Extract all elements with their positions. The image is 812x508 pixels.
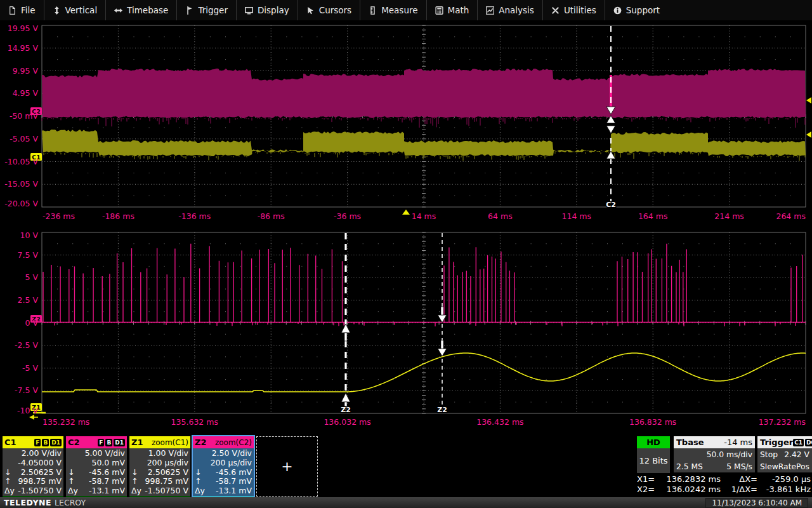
descriptor-values: 5.00 V/div50.0 mV↓-45.6 mV↑-58.7 mVΔy-13… — [66, 448, 127, 496]
menu-label: File — [21, 5, 36, 15]
dx-label: ΔX= — [721, 474, 757, 485]
channel-id: Z1 — [131, 438, 143, 447]
menu-vertical[interactable]: Vertical — [44, 0, 106, 20]
trigger-level: 2.42 V — [784, 450, 809, 459]
trigger-badges: C1DC — [793, 439, 812, 446]
menu-label: Analysis — [499, 5, 534, 15]
descriptor-row: ↑998.75 mV — [4, 477, 62, 486]
svg-text:-186 ms: -186 ms — [102, 211, 134, 221]
menu-math[interactable]: Math — [426, 0, 478, 20]
c2-waveform — [42, 69, 806, 118]
svg-text:136.832 ms: 136.832 ms — [629, 417, 676, 427]
x1-label: X1= — [637, 474, 661, 485]
descriptor-z1[interactable]: Z1zoom(C1)1.00 V/div200 µs/div↓2.50625 V… — [129, 436, 190, 496]
descriptor-row: 2.50 V/div — [195, 449, 252, 458]
svg-text:-20.05 V: -20.05 V — [4, 199, 38, 208]
trigger-panel[interactable]: Trigger C1DC Stop 2.42 V SlewRate Pos — [757, 436, 812, 472]
timebase-panel[interactable]: Tbase -14 ms 50.0 ms/div 2.5 MS 5 MS/s — [674, 436, 755, 472]
cursor-readout: X1= 136.2832 ms ΔX= -259.0 µs X2= 136.02… — [637, 474, 812, 494]
descriptor-row: ↑-58.7 mV — [195, 477, 252, 486]
x1-value: 136.2832 ms — [661, 474, 721, 485]
svg-text:9.95 V: 9.95 V — [13, 66, 39, 76]
svg-text:-7.5 V: -7.5 V — [15, 385, 38, 395]
menu-timebase[interactable]: Timebase — [105, 0, 176, 20]
channel-id: Z2 — [195, 438, 206, 447]
trigger-slope: Pos — [796, 462, 809, 471]
menu-label: Trigger — [198, 5, 228, 15]
menu-measure[interactable]: Measure — [360, 0, 426, 20]
vertical-icon — [53, 6, 61, 15]
descriptor-row: 2.00 V/div — [4, 449, 62, 458]
menu-label: Math — [448, 5, 469, 15]
add-trace-box[interactable]: + — [256, 436, 318, 497]
descriptor-header: Z1zoom(C1) — [129, 436, 190, 448]
oscilloscope-app: FileVerticalTimebaseTriggerDisplayCursor… — [0, 0, 812, 508]
descriptor-header: C2FBD1 — [66, 436, 127, 448]
svg-text:-15.05 V: -15.05 V — [4, 179, 38, 189]
trigger-level-marker-upper[interactable] — [806, 97, 811, 104]
svg-text:Z2: Z2 — [437, 406, 447, 414]
display-icon — [245, 6, 253, 15]
menu-utilities[interactable]: Utilities — [542, 0, 605, 20]
descriptor-row: ↓2.50625 V — [4, 468, 62, 478]
svg-text:-36 ms: -36 ms — [334, 211, 361, 221]
trigger-badge-dc: DC — [805, 439, 812, 446]
svg-text:Z2: Z2 — [341, 406, 351, 414]
menu-label: Display — [258, 5, 289, 15]
svg-text:4.95 V: 4.95 V — [13, 88, 39, 98]
menu-cursors[interactable]: Cursors — [298, 0, 360, 20]
acquisition-panel[interactable]: HD 12 Bits — [637, 436, 670, 473]
timebase-title: Tbase — [676, 438, 704, 447]
descriptor-header: Z2zoom(C2) — [193, 436, 254, 448]
menu-label: Utilities — [564, 5, 596, 15]
svg-text:64 ms: 64 ms — [488, 211, 513, 221]
trigger-badge-c1: C1 — [793, 439, 804, 446]
scope-display[interactable]: C2Z2Z2C2C1Z2Z119.95 V14.95 V9.95 V4.95 V… — [0, 0, 812, 508]
c1-waveform — [42, 130, 806, 156]
invdx-value: -3.861 kHz — [757, 485, 811, 495]
menu-analysis[interactable]: Analysis — [477, 0, 542, 20]
svg-text:-5.05 V: -5.05 V — [10, 134, 38, 144]
zoom-source-label: zoom(C2) — [215, 438, 252, 447]
file-icon — [8, 6, 16, 15]
svg-text:5 V: 5 V — [25, 272, 39, 282]
badge-d1: D1 — [50, 439, 62, 446]
menu-trigger[interactable]: Trigger — [176, 0, 236, 20]
svg-text:214 ms: 214 ms — [714, 211, 744, 221]
trigger-icon — [185, 6, 193, 15]
descriptor-row: Δy-1.50750 V — [4, 486, 62, 496]
menu-label: Support — [626, 5, 660, 15]
descriptor-row: 200 µs/div — [131, 458, 188, 468]
datetime: 11/13/2023 6:10:40 AM — [705, 498, 808, 508]
timebase-delay: -14 ms — [724, 438, 752, 447]
menu-display[interactable]: Display — [236, 0, 298, 20]
descriptor-row: ↓2.50625 V — [131, 468, 188, 478]
descriptor-z2[interactable]: Z2zoom(C2)2.50 V/div200 µs/div↓-45.6 mV↑… — [193, 436, 254, 496]
timebase-icon — [114, 6, 122, 15]
svg-text:C2: C2 — [606, 201, 616, 209]
svg-text:2.5 V: 2.5 V — [18, 295, 39, 305]
descriptor-values: 2.00 V/div-4.05000 V↓2.50625 V↑998.75 mV… — [3, 448, 63, 496]
menu-file[interactable]: File — [0, 0, 44, 20]
trigger-level-marker-lower[interactable] — [806, 131, 811, 138]
svg-text:137.232 ms: 137.232 ms — [759, 417, 806, 427]
badge-d1: D1 — [114, 439, 125, 446]
plus-icon: + — [281, 460, 292, 474]
support-icon — [613, 6, 622, 15]
trigger-mode: Stop — [760, 450, 778, 459]
descriptor-c1[interactable]: C1FBD12.00 V/div-4.05000 V↓2.50625 V↑998… — [3, 436, 63, 496]
menu-support[interactable]: Support — [605, 0, 668, 20]
trigger-time-marker[interactable] — [402, 210, 410, 215]
svg-text:136.032 ms: 136.032 ms — [324, 417, 370, 427]
descriptor-row: 1.00 V/div — [131, 449, 188, 458]
descriptor-c2[interactable]: C2FBD15.00 V/div50.0 mV↓-45.6 mV↑-58.7 m… — [66, 436, 127, 496]
svg-text:135.632 ms: 135.632 ms — [171, 417, 218, 427]
utilities-icon — [551, 6, 560, 15]
analysis-icon — [486, 6, 494, 15]
svg-text:164 ms: 164 ms — [638, 211, 668, 221]
svg-text:-86 ms: -86 ms — [258, 211, 285, 221]
svg-text:-2.5 V: -2.5 V — [15, 340, 38, 350]
status-bar: TELEDYNELECROY 11/13/2023 6:10:40 AM — [0, 497, 812, 508]
badge-f: F — [98, 439, 104, 446]
measure-icon — [369, 6, 377, 15]
